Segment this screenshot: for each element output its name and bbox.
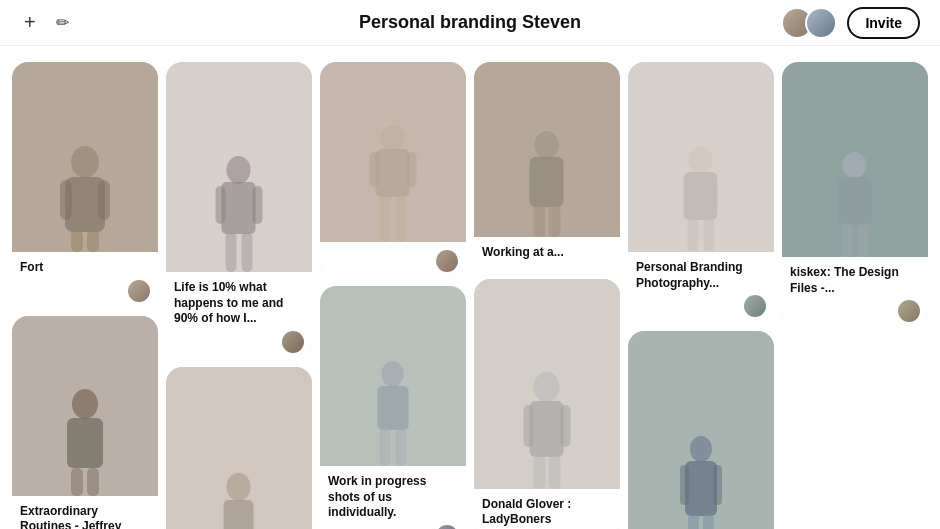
svg-rect-5 (87, 230, 99, 252)
pin-image (474, 62, 620, 237)
svg-rect-34 (380, 428, 391, 466)
svg-rect-65 (713, 465, 722, 505)
pin-title: Donald Glover : LadyBoners (482, 497, 612, 528)
svg-rect-66 (688, 514, 699, 529)
svg-rect-48 (524, 405, 534, 447)
pin-body (320, 242, 466, 278)
pin-card[interactable]: Working at a... (474, 62, 620, 271)
pin-footer (20, 280, 150, 302)
pin-card[interactable]: kiskex: The Design Files -... (782, 62, 928, 328)
svg-rect-8 (71, 468, 83, 496)
invite-button[interactable]: Invite (847, 7, 920, 39)
pin-image (628, 62, 774, 252)
pin-image (12, 62, 158, 252)
pin-card[interactable]: 36 First Apartment Essentials For Millen… (166, 367, 312, 529)
svg-rect-35 (396, 428, 407, 466)
svg-point-72 (843, 152, 867, 178)
pin-card[interactable]: 40 Elegant Winter Outfits Ideas For Men (628, 331, 774, 529)
pin-image (12, 316, 158, 496)
pin-body: Extraordinary Routines - Jeffrey Phillip… (12, 496, 158, 529)
pin-footer (328, 525, 458, 529)
svg-rect-59 (684, 172, 718, 220)
pin-avatar (744, 295, 766, 317)
pin-card[interactable]: Personal Branding Photography... (628, 62, 774, 323)
svg-rect-43 (530, 157, 564, 207)
svg-rect-45 (549, 205, 561, 237)
svg-rect-67 (703, 514, 714, 529)
header-right: Invite (781, 7, 920, 39)
pin-image (166, 62, 312, 272)
add-button[interactable]: + (20, 7, 40, 38)
pin-image (320, 286, 466, 466)
avatar (805, 7, 837, 39)
pin-image (782, 62, 928, 257)
pin-title: kiskex: The Design Files -... (790, 265, 920, 296)
pin-card[interactable] (320, 62, 466, 278)
pin-title: Extraordinary Routines - Jeffrey Phillip… (20, 504, 150, 529)
svg-rect-31 (396, 195, 407, 242)
svg-rect-49 (561, 405, 571, 447)
svg-rect-47 (530, 401, 564, 457)
pin-card[interactable]: Life is 10% what happens to me and 90% o… (166, 62, 312, 359)
svg-rect-7 (67, 418, 103, 468)
pin-title: Personal Branding Photography... (636, 260, 766, 291)
header-actions: + ✏ (20, 7, 73, 38)
pin-image (166, 367, 312, 529)
svg-rect-60 (688, 218, 699, 252)
svg-rect-11 (222, 182, 256, 234)
pin-body: kiskex: The Design Files -... (782, 257, 928, 328)
svg-rect-50 (534, 455, 546, 489)
pin-body: Donald Glover : LadyBoners (474, 489, 620, 529)
pin-title: Life is 10% what happens to me and 90% o… (174, 280, 304, 327)
svg-rect-74 (842, 223, 853, 257)
svg-point-32 (382, 361, 404, 387)
svg-point-42 (535, 131, 559, 159)
svg-rect-73 (839, 177, 872, 225)
svg-rect-63 (685, 461, 717, 516)
svg-point-16 (227, 473, 251, 501)
page-title: Personal branding Steven (359, 12, 581, 33)
avatar-group (781, 7, 837, 39)
svg-rect-27 (376, 149, 410, 197)
svg-rect-3 (98, 180, 110, 220)
svg-point-46 (534, 372, 560, 402)
svg-rect-17 (224, 500, 254, 529)
pin-body: Working at a... (474, 237, 620, 271)
pin-card[interactable]: Donald Glover : LadyBoners (474, 279, 620, 529)
pin-image (320, 62, 466, 242)
pin-footer (790, 300, 920, 322)
svg-point-10 (227, 156, 251, 184)
pin-body: Life is 10% what happens to me and 90% o… (166, 272, 312, 359)
pin-avatar (898, 300, 920, 322)
pin-card[interactable]: Fort (12, 62, 158, 308)
pin-footer (174, 331, 304, 353)
svg-rect-44 (534, 205, 546, 237)
svg-rect-13 (253, 186, 263, 224)
svg-rect-75 (858, 223, 869, 257)
pin-avatar (128, 280, 150, 302)
svg-rect-30 (380, 195, 391, 242)
pin-image (474, 279, 620, 489)
svg-rect-15 (242, 232, 253, 272)
pin-avatar (436, 250, 458, 272)
svg-rect-14 (226, 232, 237, 272)
pin-image (628, 331, 774, 529)
svg-rect-51 (549, 455, 561, 489)
pin-body: Fort (12, 252, 158, 308)
svg-rect-29 (407, 152, 417, 187)
pin-avatar (282, 331, 304, 353)
svg-rect-4 (71, 230, 83, 252)
svg-rect-61 (704, 218, 715, 252)
svg-rect-64 (680, 465, 689, 505)
svg-point-6 (72, 389, 98, 419)
svg-point-58 (689, 147, 713, 173)
svg-rect-9 (87, 468, 99, 496)
pin-body: Personal Branding Photography... (628, 252, 774, 323)
pin-card[interactable]: Extraordinary Routines - Jeffrey Phillip… (12, 316, 158, 529)
pin-card[interactable]: Work in progress shots of us individuall… (320, 286, 466, 529)
pins-grid: Fort Extraordinary Routines - Jeffrey Ph… (0, 46, 940, 529)
pin-title: Fort (20, 260, 150, 276)
edit-button[interactable]: ✏ (52, 9, 73, 36)
svg-rect-2 (60, 180, 72, 220)
svg-rect-12 (216, 186, 226, 224)
